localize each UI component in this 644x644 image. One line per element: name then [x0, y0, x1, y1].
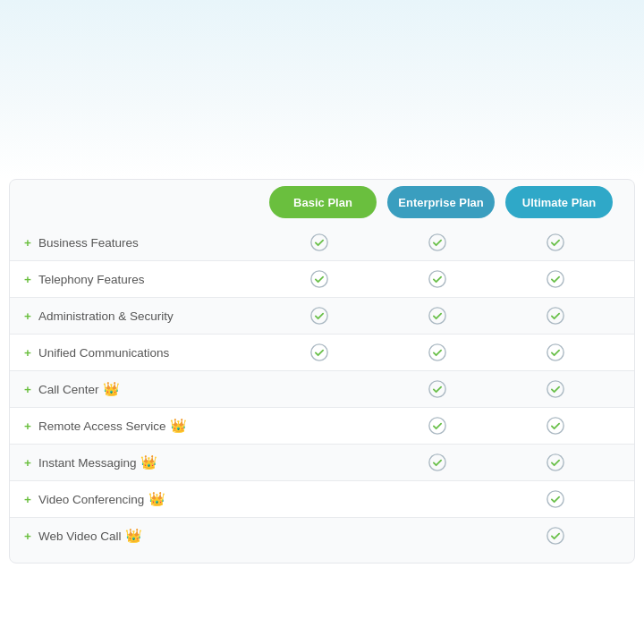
enterprise-check-cell: [384, 233, 491, 252]
table-row[interactable]: + Video Conferencing 👑: [10, 481, 634, 518]
basic-plan-button[interactable]: Basic Plan: [269, 186, 377, 218]
page-wrapper: Basic Plan Enterprise Plan Ultimate Plan…: [0, 0, 644, 644]
expand-plus: +: [24, 383, 31, 396]
feature-label: + Video Conferencing 👑: [24, 491, 266, 507]
check-icon: [309, 233, 329, 252]
feature-name: Instant Messaging: [38, 456, 137, 470]
table-row[interactable]: + Call Center 👑: [10, 371, 634, 408]
check-icon: [546, 233, 565, 252]
plan-header-row: Basic Plan Enterprise Plan Ultimate Plan: [10, 180, 634, 225]
crown-icon: 👑: [140, 454, 157, 470]
check-icon: [546, 269, 565, 289]
crown-icon: 👑: [103, 381, 120, 397]
enterprise-check-cell: [384, 306, 491, 326]
svg-point-13: [547, 381, 564, 397]
table-row[interactable]: + Instant Messaging 👑: [10, 445, 634, 481]
expand-plus: +: [24, 419, 31, 433]
feature-label: + Administration & Security: [24, 309, 266, 323]
feature-name: Web Video Call: [38, 530, 122, 543]
table-row[interactable]: + Administration & Security: [10, 298, 634, 335]
svg-point-9: [311, 344, 327, 360]
enterprise-check-cell: [384, 343, 491, 362]
feature-name: Telephony Features: [38, 273, 145, 286]
feature-rows: + Business Features + Telephony Features…: [10, 225, 634, 554]
check-icon: [546, 379, 565, 399]
feature-label: + Remote Access Service 👑: [24, 418, 266, 434]
svg-point-10: [429, 344, 445, 360]
svg-point-17: [547, 454, 564, 470]
check-icon: [309, 343, 329, 362]
expand-plus: +: [24, 236, 31, 250]
enterprise-check-cell: [384, 269, 491, 289]
table-row[interactable]: + Remote Access Service 👑: [10, 408, 634, 445]
enterprise-check-cell: [384, 453, 491, 472]
expand-plus: +: [24, 309, 31, 323]
feature-name: Call Center: [38, 383, 99, 396]
check-icon: [428, 269, 447, 289]
feature-label: + Call Center 👑: [24, 381, 266, 397]
svg-point-1: [429, 234, 445, 250]
ultimate-check-cell: [502, 453, 609, 472]
basic-check-cell: [266, 269, 373, 289]
expand-plus: +: [24, 273, 31, 286]
svg-point-6: [311, 308, 327, 324]
crown-icon: 👑: [170, 418, 187, 434]
svg-point-15: [547, 418, 564, 434]
basic-check-cell: [266, 343, 373, 362]
check-icon: [428, 416, 447, 436]
svg-point-3: [311, 271, 327, 287]
ultimate-check-cell: [502, 489, 609, 509]
table-row[interactable]: + Unified Communications: [10, 335, 634, 371]
top-area: [0, 0, 644, 179]
svg-point-2: [547, 234, 564, 250]
svg-point-14: [429, 418, 445, 434]
svg-point-0: [311, 234, 327, 250]
svg-point-12: [429, 381, 445, 397]
ultimate-check-cell: [502, 379, 609, 399]
svg-point-19: [547, 528, 564, 544]
crown-icon: 👑: [125, 528, 142, 544]
ultimate-check-cell: [502, 526, 609, 546]
ultimate-check-cell: [502, 233, 609, 252]
feature-name: Remote Access Service: [38, 419, 166, 433]
table-row[interactable]: + Telephony Features: [10, 261, 634, 298]
expand-plus: +: [24, 493, 31, 506]
check-icon: [428, 233, 447, 252]
check-icon: [546, 416, 565, 436]
table-row[interactable]: + Web Video Call 👑: [10, 518, 634, 554]
feature-label: + Web Video Call 👑: [24, 528, 266, 544]
svg-point-4: [429, 271, 445, 287]
check-icon: [546, 489, 565, 509]
svg-point-8: [547, 308, 564, 324]
check-icon: [309, 306, 329, 326]
feature-label: + Unified Communications: [24, 346, 266, 360]
expand-plus: +: [24, 530, 31, 543]
feature-label: + Telephony Features: [24, 273, 266, 286]
feature-label: + Business Features: [24, 236, 266, 250]
ultimate-check-cell: [502, 343, 609, 362]
svg-point-11: [547, 344, 564, 360]
expand-plus: +: [24, 346, 31, 360]
check-icon: [546, 343, 565, 362]
feature-label: + Instant Messaging 👑: [24, 454, 266, 470]
check-icon: [546, 453, 565, 472]
ultimate-plan-button[interactable]: Ultimate Plan: [505, 186, 613, 218]
svg-point-7: [429, 308, 445, 324]
feature-name: Unified Communications: [38, 346, 169, 360]
feature-name: Video Conferencing: [38, 493, 144, 506]
check-icon: [428, 306, 447, 326]
ultimate-check-cell: [502, 269, 609, 289]
enterprise-plan-button[interactable]: Enterprise Plan: [387, 186, 495, 218]
check-icon: [309, 269, 329, 289]
check-icon: [428, 343, 447, 362]
table-row[interactable]: + Business Features: [10, 225, 634, 261]
enterprise-check-cell: [384, 416, 491, 436]
check-icon: [428, 453, 447, 472]
check-icon: [546, 526, 565, 546]
pricing-table: Basic Plan Enterprise Plan Ultimate Plan…: [9, 179, 635, 564]
crown-icon: 👑: [148, 491, 165, 507]
svg-point-16: [429, 454, 445, 470]
check-icon: [546, 306, 565, 326]
enterprise-check-cell: [384, 379, 491, 399]
basic-check-cell: [266, 306, 373, 326]
